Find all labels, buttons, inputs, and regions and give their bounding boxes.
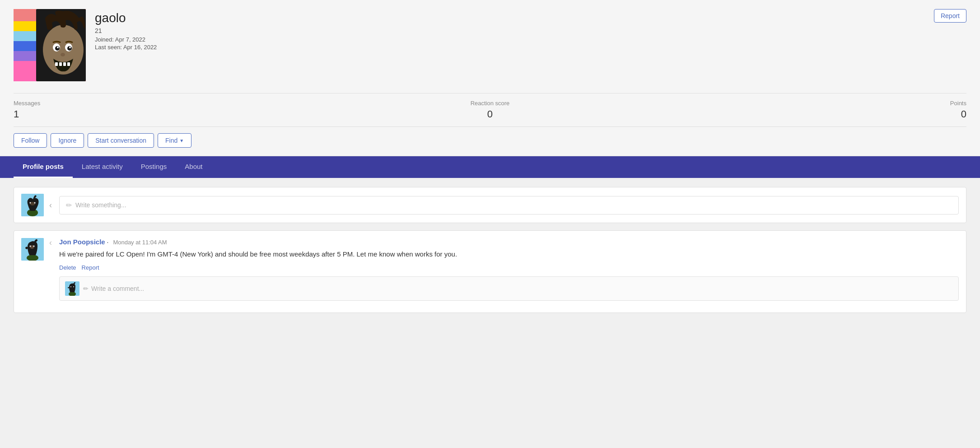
write-box[interactable]: ‹ ✏ Write something...	[14, 187, 966, 223]
profile-joined-date: Joined: Apr 7, 2022	[95, 36, 966, 43]
joined-value: Apr 7, 2022	[115, 36, 145, 43]
profile-age: 21	[95, 27, 966, 34]
profile-nav: Profile posts Latest activity Postings A…	[0, 156, 980, 178]
svg-point-29	[30, 246, 31, 247]
follow-button[interactable]: Follow	[14, 133, 47, 148]
pencil-icon: ✏	[66, 201, 72, 210]
post-author-avatar	[21, 238, 44, 261]
svg-point-24	[30, 202, 31, 204]
post-text: Hi we're paired for LC Open! I'm GMT-4 (…	[59, 249, 959, 260]
tab-latest-activity[interactable]: Latest activity	[73, 156, 132, 178]
comment-input[interactable]: ✏ Write a comment...	[83, 285, 953, 292]
svg-point-20	[61, 53, 65, 56]
points-value: 0	[649, 108, 966, 120]
svg-point-15	[69, 47, 71, 48]
post-time: Monday at 11:04 AM	[113, 239, 167, 246]
stat-messages: Messages 1	[14, 100, 331, 120]
svg-point-33	[70, 286, 71, 287]
find-button[interactable]: Find ▼	[158, 133, 191, 148]
svg-rect-16	[55, 62, 58, 66]
report-button[interactable]: Report	[934, 9, 966, 23]
messages-label: Messages	[14, 100, 331, 107]
joined-label: Joined:	[95, 36, 114, 43]
report-link[interactable]: Report	[82, 264, 99, 271]
tab-postings[interactable]: Postings	[132, 156, 176, 178]
start-conversation-button[interactable]: Start conversation	[88, 133, 154, 148]
comment-area[interactable]: ✏ Write a comment...	[59, 276, 959, 301]
svg-point-34	[73, 286, 74, 287]
post-content-area: Jon Poopsicle · Monday at 11:04 AM Hi we…	[59, 238, 959, 301]
profile-lastseen-date: Last seen: Apr 16, 2022	[95, 44, 966, 51]
main-content: ‹ ✏ Write something...	[0, 178, 980, 329]
post-meta: Jon Poopsicle · Monday at 11:04 AM	[59, 238, 959, 246]
stat-points: Points 0	[649, 100, 966, 120]
messages-value: 1	[14, 108, 331, 120]
tab-profile-posts[interactable]: Profile posts	[14, 156, 73, 178]
lastseen-value: Apr 16, 2022	[123, 44, 157, 51]
find-label: Find	[165, 137, 177, 144]
ignore-button[interactable]: Ignore	[51, 133, 84, 148]
current-user-avatar	[21, 194, 44, 216]
profile-top: gaolo 21 Joined: Apr 7, 2022 Last seen: …	[14, 9, 966, 89]
comment-pencil-icon: ✏	[83, 285, 89, 292]
svg-rect-17	[59, 62, 62, 66]
lastseen-label: Last seen:	[95, 44, 122, 51]
profile-actions: Follow Ignore Start conversation Find ▼	[14, 126, 966, 156]
points-label: Points	[649, 100, 966, 107]
post-header: ‹ Jon Poopsicle · Monday at 11:04 AM Hi …	[21, 238, 959, 301]
post-item: ‹ Jon Poopsicle · Monday at 11:04 AM Hi …	[14, 230, 966, 313]
svg-rect-18	[63, 62, 66, 66]
delete-link[interactable]: Delete	[59, 264, 76, 271]
tab-about[interactable]: About	[176, 156, 211, 178]
post-actions: Delete Report	[59, 264, 959, 271]
profile-info: gaolo 21 Joined: Apr 7, 2022 Last seen: …	[95, 9, 966, 51]
reaction-label: Reaction score	[331, 100, 649, 107]
svg-point-14	[57, 47, 59, 48]
profile-avatar	[14, 9, 86, 81]
reaction-value: 0	[331, 108, 649, 120]
profile-header: gaolo 21 Joined: Apr 7, 2022 Last seen: …	[0, 0, 980, 156]
svg-rect-19	[67, 62, 70, 66]
comment-user-avatar	[65, 281, 79, 296]
write-chevron-icon: ‹	[49, 201, 52, 210]
post-chevron-icon: ‹	[49, 238, 52, 247]
post-author-link[interactable]: Jon Poopsicle	[59, 238, 105, 246]
stat-reaction: Reaction score 0	[331, 100, 649, 120]
write-placeholder: Write something...	[75, 201, 126, 209]
write-input[interactable]: ✏ Write something...	[59, 196, 959, 215]
svg-point-30	[33, 246, 35, 247]
profile-username: gaolo	[95, 11, 966, 25]
post-separator: ·	[107, 238, 109, 246]
profile-stats: Messages 1 Reaction score 0 Points 0	[14, 93, 966, 126]
comment-placeholder: Write a comment...	[91, 285, 144, 292]
find-dropdown-arrow: ▼	[179, 138, 184, 143]
svg-point-25	[34, 202, 36, 204]
